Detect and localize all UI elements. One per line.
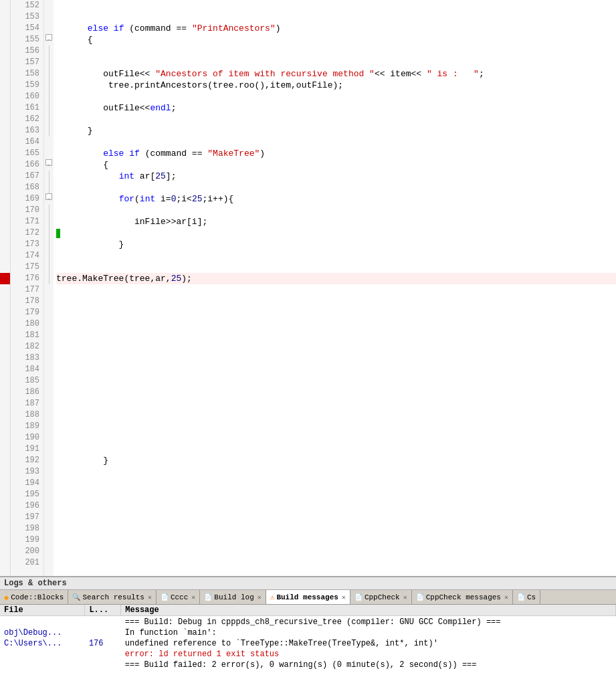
code-line[interactable] bbox=[56, 534, 616, 546]
code-container: 1521531541551561571581591601611621631641… bbox=[0, 0, 616, 576]
output-line bbox=[85, 627, 121, 638]
output-row[interactable]: === Build failed: 2 error(s), 0 warning(… bbox=[0, 660, 616, 670]
code-line[interactable] bbox=[56, 57, 616, 68]
code-line[interactable] bbox=[56, 250, 616, 262]
code-line[interactable] bbox=[56, 307, 616, 318]
output-file bbox=[0, 616, 85, 628]
fold-markers: −−− bbox=[44, 0, 54, 576]
code-line[interactable]: outFile<<endl; bbox=[56, 102, 616, 114]
tab-label: Code::Blocks bbox=[11, 593, 64, 601]
tab-label: Cs bbox=[527, 593, 536, 601]
code-lines[interactable]: else if (command == "PrintAncestors") { … bbox=[54, 0, 616, 576]
code-line[interactable] bbox=[56, 557, 616, 569]
code-line[interactable]: { bbox=[56, 34, 616, 45]
code-line[interactable] bbox=[56, 489, 616, 500]
code-line[interactable] bbox=[56, 421, 616, 432]
code-line[interactable] bbox=[56, 478, 616, 489]
code-line[interactable] bbox=[56, 432, 616, 444]
tab-cppcheck-messages[interactable]: 📄CppCheck messages✕ bbox=[412, 590, 513, 605]
output-message: error: ld returned 1 exit status bbox=[121, 649, 616, 660]
logs-label: Logs & others bbox=[4, 579, 67, 588]
output-row[interactable]: === Build: Debug in cpppds_ch8_recursive… bbox=[0, 616, 616, 628]
code-line[interactable] bbox=[56, 227, 616, 239]
code-line[interactable]: int ar[25]; bbox=[56, 171, 616, 182]
output-area[interactable]: File L... Message === Build: Debug in cp… bbox=[0, 605, 616, 685]
editor-area: 1521531541551561571581591601611621631641… bbox=[0, 0, 616, 576]
tab-label: Search results bbox=[82, 593, 144, 601]
code-line[interactable] bbox=[56, 45, 616, 57]
code-line[interactable] bbox=[56, 284, 616, 296]
output-message: In function `main': bbox=[121, 627, 616, 638]
bottom-panel: Logs & others ◆Code::Blocks🔍Search resul… bbox=[0, 576, 616, 685]
col-line: L... bbox=[85, 605, 121, 616]
tab-bar: ◆Code::Blocks🔍Search results✕📄Cccc✕📄Buil… bbox=[0, 590, 616, 605]
code-line[interactable] bbox=[56, 91, 616, 102]
code-line[interactable] bbox=[56, 114, 616, 125]
line-numbers: 1521531541551561571581591601611621631641… bbox=[11, 0, 44, 576]
output-file bbox=[0, 649, 85, 660]
code-line[interactable] bbox=[56, 500, 616, 512]
code-line[interactable]: else if (command == "PrintAncestors") bbox=[56, 23, 616, 34]
code-line[interactable] bbox=[56, 318, 616, 330]
tab-search-results[interactable]: 🔍Search results✕ bbox=[68, 590, 156, 605]
code-line[interactable]: tree.MakeTree(tree,ar,25); bbox=[56, 273, 616, 284]
left-gutter bbox=[0, 0, 11, 576]
code-line[interactable]: else if (command == "MakeTree") bbox=[56, 148, 616, 159]
output-message: === Build: Debug in cpppds_ch8_recursive… bbox=[121, 616, 616, 628]
tab-cs[interactable]: 📄Cs bbox=[513, 590, 540, 605]
tab-build-log[interactable]: 📄Build log✕ bbox=[200, 590, 266, 605]
tab-label: CppCheck bbox=[365, 593, 400, 601]
tab-label: Build messages bbox=[276, 593, 338, 601]
code-line[interactable] bbox=[56, 387, 616, 398]
code-line[interactable] bbox=[56, 444, 616, 455]
code-line[interactable]: } bbox=[56, 125, 616, 136]
code-line[interactable]: outFile<< "Ancestors of item with recurs… bbox=[56, 68, 616, 80]
code-line[interactable] bbox=[56, 375, 616, 387]
tab-cppcheck[interactable]: 📄CppCheck✕ bbox=[350, 590, 412, 605]
output-file: C:\Users\... bbox=[0, 638, 85, 649]
code-line[interactable] bbox=[56, 364, 616, 375]
code-line[interactable] bbox=[56, 341, 616, 353]
code-line[interactable] bbox=[56, 409, 616, 421]
logs-header: Logs & others bbox=[0, 577, 616, 590]
code-line[interactable]: for(int i=0;i<25;i++){ bbox=[56, 193, 616, 205]
code-line[interactable] bbox=[56, 523, 616, 534]
tab-label: CppCheck messages bbox=[426, 593, 501, 601]
code-line[interactable] bbox=[56, 0, 616, 11]
code-line[interactable] bbox=[56, 512, 616, 523]
code-line[interactable] bbox=[56, 546, 616, 557]
output-file: obj\Debug... bbox=[0, 627, 85, 638]
tab-label: Cccc bbox=[171, 593, 188, 601]
tab-build-messages[interactable]: ⚠Build messages✕ bbox=[266, 590, 350, 605]
output-line: 176 bbox=[85, 638, 121, 649]
output-line bbox=[85, 616, 121, 628]
tab-codeblocks[interactable]: ◆Code::Blocks bbox=[0, 590, 68, 605]
code-line[interactable] bbox=[56, 466, 616, 478]
code-line[interactable] bbox=[56, 205, 616, 216]
code-line[interactable] bbox=[56, 398, 616, 409]
output-table: File L... Message === Build: Debug in cp… bbox=[0, 605, 616, 670]
col-message: Message bbox=[121, 605, 616, 616]
code-line[interactable] bbox=[56, 330, 616, 341]
code-line[interactable] bbox=[56, 136, 616, 148]
output-message: === Build failed: 2 error(s), 0 warning(… bbox=[121, 660, 616, 670]
col-file: File bbox=[0, 605, 85, 616]
output-row[interactable]: C:\Users\...176undefined reference to `T… bbox=[0, 638, 616, 649]
code-line[interactable] bbox=[56, 353, 616, 364]
code-line[interactable] bbox=[56, 262, 616, 273]
output-line bbox=[85, 660, 121, 670]
code-line[interactable] bbox=[56, 182, 616, 193]
code-line[interactable]: } bbox=[56, 239, 616, 250]
tab-cccc[interactable]: 📄Cccc✕ bbox=[157, 590, 200, 605]
output-row[interactable]: error: ld returned 1 exit status bbox=[0, 649, 616, 660]
output-line bbox=[85, 649, 121, 660]
code-line[interactable]: inFile>>ar[i]; bbox=[56, 216, 616, 227]
code-line[interactable] bbox=[56, 296, 616, 307]
output-file bbox=[0, 660, 85, 670]
output-message: undefined reference to `TreeType::MakeTr… bbox=[121, 638, 616, 649]
code-line[interactable]: tree.printAncestors(tree.roo(),item,outF… bbox=[56, 80, 616, 91]
output-row[interactable]: obj\Debug...In function `main': bbox=[0, 627, 616, 638]
code-line[interactable]: { bbox=[56, 159, 616, 171]
code-line[interactable]: } bbox=[56, 455, 616, 466]
code-line[interactable] bbox=[56, 11, 616, 23]
